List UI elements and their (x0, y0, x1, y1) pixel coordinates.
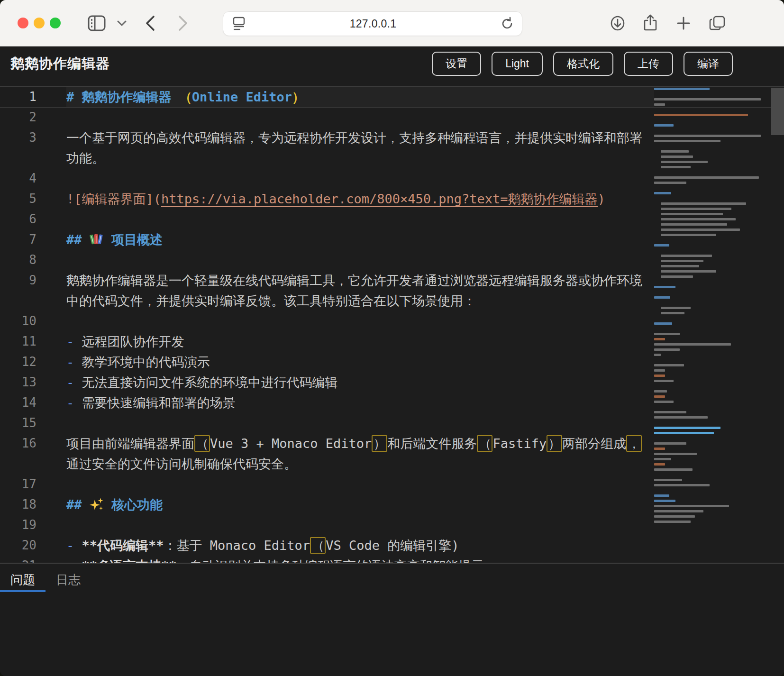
minimap-line (654, 140, 720, 142)
close-window-button[interactable] (18, 18, 28, 28)
code-segment: （ (477, 435, 492, 452)
code-segment: ） (372, 435, 387, 452)
minimap-line (654, 348, 680, 351)
line-number: 15 (0, 413, 36, 433)
zoom-window-button[interactable] (50, 18, 61, 28)
bottom-panel: 问题 日志 (0, 563, 784, 676)
reader-icon[interactable] (232, 16, 246, 31)
code-segment: ） (547, 435, 562, 452)
vertical-scrollbar[interactable] (771, 88, 784, 135)
minimap-line (654, 124, 674, 127)
minimap-line (661, 228, 740, 231)
format-button[interactable]: 格式化 (553, 52, 613, 76)
settings-button[interactable]: 设置 (432, 52, 481, 76)
new-tab-icon[interactable] (676, 0, 691, 46)
line-content: 项目由前端编辑器界面（Vue 3 + Monaco Editor）和后端文件服务… (66, 433, 654, 474)
minimap-line (661, 202, 746, 205)
line-content: - **多语言支持**：自动识别并支持多种编程语言的语法高亮和智能提示 (66, 556, 654, 563)
minimap-line (654, 317, 770, 320)
sidebar-toggle-icon[interactable] (87, 0, 106, 46)
line-number: 6 (0, 209, 36, 229)
line-number: 3 (0, 128, 36, 168)
minimap-line (654, 515, 695, 518)
code-segment: ## (66, 497, 90, 512)
minimap-line (654, 129, 770, 132)
minimap-line (654, 328, 770, 330)
minimap-line (654, 463, 665, 466)
theme-toggle-button[interactable]: Light (492, 52, 543, 76)
minimap-line (654, 500, 675, 502)
line-content (66, 311, 654, 331)
code-segment: 需要快速编辑和部署的场景 (82, 395, 236, 410)
minimize-window-button[interactable] (34, 18, 45, 28)
line-number: 19 (0, 515, 36, 535)
minimap-line (654, 176, 759, 179)
minimap-line (661, 223, 727, 226)
minimap-line (654, 187, 770, 189)
url-text: 127.0.0.1 (246, 18, 500, 30)
line-number: 8 (0, 250, 36, 270)
minimap-line (654, 489, 770, 492)
minimap-line (654, 474, 770, 476)
minimap-line (661, 208, 731, 210)
minimap-line (654, 521, 691, 523)
code-segment: ， (626, 435, 642, 452)
sparkles-emoji-icon (90, 497, 104, 512)
app-header: 鹅鹅协作编辑器 设置 Light 格式化 上传 编译 (0, 46, 784, 81)
minimap-line (654, 395, 665, 398)
upload-button[interactable]: 上传 (624, 52, 673, 76)
reload-icon[interactable] (500, 17, 514, 31)
minimap-line (654, 114, 748, 116)
code-segment: ） (292, 90, 305, 104)
line-number: 2 (0, 107, 36, 128)
chevron-down-icon[interactable] (117, 0, 127, 46)
line-content: - 教学环境中的代码演示 (66, 352, 654, 372)
line-content: # 鹅鹅协作编辑器 （Online Editor） (66, 87, 654, 107)
line-content (66, 209, 654, 229)
address-bar[interactable]: 127.0.0.1 (223, 11, 522, 36)
minimap-line (654, 93, 770, 95)
code-segment: 一个基于网页的高效代码编辑器，专为远程协作开发设计，支持多种编程语言，并提供实时… (66, 130, 642, 165)
minimap-line (661, 270, 716, 273)
line-content: - 无法直接访问文件系统的环境中进行代码编辑 (66, 372, 654, 393)
minimap[interactable] (654, 81, 770, 563)
code-segment: 项目由前端编辑器界面 (66, 436, 194, 451)
minimap-line (661, 275, 693, 278)
code-segment: - (66, 558, 82, 563)
downloads-icon[interactable] (610, 0, 626, 46)
compile-button[interactable]: 编译 (684, 52, 733, 76)
code-segment: Vue 3 + Monaco Editor (210, 436, 372, 451)
code-segment: （ (179, 90, 192, 104)
code-segment: - (66, 538, 82, 553)
minimap-line (654, 192, 671, 194)
back-button-icon[interactable] (145, 0, 156, 46)
minimap-line (654, 88, 710, 90)
code-segment: Online Editor (192, 90, 292, 104)
tab-problems[interactable]: 问题 (0, 564, 46, 592)
minimap-line (654, 468, 693, 471)
line-content (66, 413, 654, 433)
minimap-line (654, 375, 665, 377)
minimap-line (654, 338, 665, 340)
minimap-line (654, 322, 672, 325)
forward-button-icon[interactable] (177, 0, 189, 46)
minimap-line (654, 171, 770, 174)
minimap-line (654, 432, 714, 434)
line-number: 1 (0, 87, 36, 107)
minimap-line (661, 307, 691, 309)
minimap-line (654, 197, 770, 200)
minimap-line (654, 281, 770, 283)
header-buttons: 设置 Light 格式化 上传 编译 (432, 46, 733, 81)
tab-logs[interactable]: 日志 (46, 564, 91, 592)
minimap-line (654, 380, 674, 382)
line-number: 12 (0, 352, 36, 372)
code-segment: - (66, 375, 82, 390)
line-number: 5 (0, 189, 36, 209)
line-number: 17 (0, 474, 36, 494)
panel-tabs: 问题 日志 (0, 564, 784, 592)
line-content: - 需要快速编辑和部署的场景 (66, 393, 654, 413)
minimap-line (654, 458, 671, 460)
minimap-line (661, 161, 708, 163)
tab-overview-icon[interactable] (708, 0, 726, 46)
share-icon[interactable] (642, 0, 658, 46)
